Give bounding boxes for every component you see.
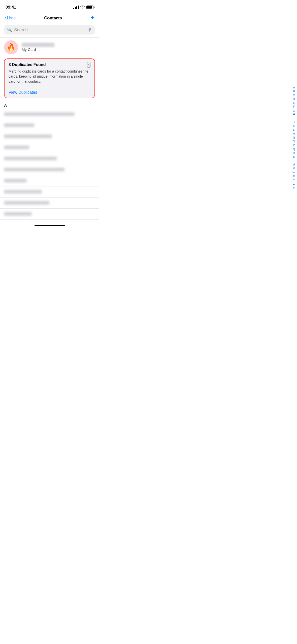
banner-title: 3 Duplicates Found [9, 62, 46, 67]
battery-icon [86, 6, 93, 9]
search-bar[interactable]: 🔍 Search 🎙 [4, 25, 95, 35]
status-bar: 09:41 [0, 0, 99, 13]
my-card-info: My Card [22, 43, 54, 52]
list-item[interactable] [0, 209, 99, 220]
banner-description: Merging duplicate cards for a contact co… [9, 69, 90, 84]
contact-list [0, 109, 99, 220]
list-item[interactable] [0, 153, 99, 164]
add-contact-button[interactable]: + [90, 14, 94, 21]
view-duplicates-button[interactable]: View Duplicates [9, 90, 37, 95]
search-input[interactable]: Search [14, 27, 85, 33]
list-item[interactable] [0, 120, 99, 131]
list-item[interactable] [0, 164, 99, 175]
banner-header: 3 Duplicates Found × [9, 62, 90, 68]
back-button[interactable]: ‹ Lists [5, 16, 16, 21]
my-card-label: My Card [22, 47, 54, 52]
list-item[interactable] [0, 109, 99, 120]
my-card-name-blur [22, 43, 54, 47]
home-bar [35, 225, 65, 226]
wifi-icon [80, 5, 85, 10]
status-icons [73, 5, 93, 10]
avatar: 🔥 [4, 40, 18, 54]
list-item[interactable] [0, 186, 99, 198]
list-item[interactable] [0, 142, 99, 153]
page-title: Contacts [44, 16, 62, 21]
banner-action: View Duplicates [9, 87, 90, 98]
section-header-a: A [0, 101, 99, 109]
nav-bar: ‹ Lists Contacts + [0, 13, 99, 24]
home-indicator [0, 222, 99, 228]
signal-icon [73, 6, 79, 9]
back-label: Lists [7, 16, 16, 21]
close-button[interactable]: × [87, 62, 90, 68]
microphone-icon[interactable]: 🎙 [87, 27, 92, 33]
list-item[interactable] [0, 198, 99, 209]
duplicates-banner-wrapper: 3 Duplicates Found × Merging duplicate c… [0, 57, 99, 101]
my-card-row[interactable]: 🔥 My Card [0, 38, 99, 57]
search-icon: 🔍 [7, 27, 12, 32]
list-item[interactable] [0, 175, 99, 186]
list-item[interactable] [0, 131, 99, 142]
chevron-left-icon: ‹ [5, 15, 6, 21]
duplicates-banner: 3 Duplicates Found × Merging duplicate c… [4, 58, 95, 98]
status-time: 09:41 [6, 5, 16, 10]
search-container: 🔍 Search 🎙 [0, 24, 99, 38]
